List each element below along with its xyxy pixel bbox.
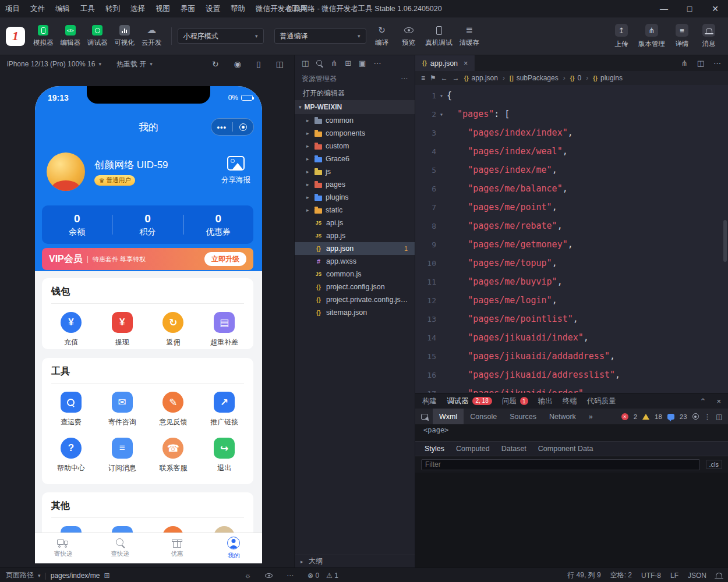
tab-terminal[interactable]: 终端	[563, 396, 577, 406]
tree-item-app-json[interactable]: {}app.json1	[295, 242, 415, 255]
messages-button[interactable]: 消息	[695, 20, 722, 52]
points-stat[interactable]: 0 积分	[112, 212, 182, 237]
eye-icon[interactable]	[265, 573, 273, 578]
tree-item-components[interactable]: ▸components	[295, 127, 415, 140]
more-icon[interactable]: ⋯	[401, 74, 408, 83]
tab-sources[interactable]: Sources	[503, 409, 543, 424]
eol-setting[interactable]: LF	[670, 572, 678, 580]
feedback-item[interactable]: ✎ 意见反馈	[148, 392, 199, 427]
wxml-element-tree[interactable]: <page>	[415, 424, 728, 441]
preview-button[interactable]: 预览	[395, 20, 422, 52]
panel-icon[interactable]: ▣	[359, 59, 366, 68]
fold-icon[interactable]: ▾	[436, 111, 447, 118]
upgrade-button[interactable]: 立即升级	[204, 252, 246, 266]
share-poster-button[interactable]: 分享海报	[221, 156, 250, 185]
encoding[interactable]: UTF-8	[641, 572, 661, 580]
tree-item-sitemap[interactable]: {}sitemap.json	[295, 306, 415, 319]
branch-icon[interactable]: ⋔	[331, 59, 337, 68]
list-icon[interactable]: ≡	[421, 74, 425, 82]
tree-item-common-js[interactable]: JScommon.js	[295, 268, 415, 281]
menu-tools[interactable]: 工具	[75, 0, 100, 17]
menu-project[interactable]: 项目	[0, 0, 25, 17]
problems-status[interactable]: ⊗ 0 ⚠ 1	[308, 568, 338, 582]
hot-reload-toggle[interactable]: 热重载 开	[116, 59, 146, 69]
tab-app-json[interactable]: {} app.json ×	[415, 55, 475, 71]
tab-styles[interactable]: Styles	[419, 441, 450, 456]
menu-file[interactable]: 文件	[25, 0, 50, 17]
tab-dataset[interactable]: Dataset	[496, 441, 532, 456]
brightness-icon[interactable]: ☼	[245, 572, 251, 580]
tab-coupons[interactable]: 优惠	[149, 533, 206, 563]
overweight-item[interactable]: ▤ 超重补差	[199, 312, 250, 347]
balance-stat[interactable]: 0 余额	[42, 212, 112, 237]
inspect-element-icon[interactable]	[421, 414, 428, 420]
files-icon[interactable]: ◫	[302, 59, 309, 68]
tree-item-app-wxss[interactable]: #app.wxss	[295, 255, 415, 268]
menu-select[interactable]: 选择	[125, 0, 150, 17]
tree-item-static[interactable]: ▸static	[295, 204, 415, 217]
customer-service-item[interactable]: ☎ 联系客服	[148, 438, 199, 473]
collapse-panel-icon[interactable]: ⌃	[700, 397, 706, 406]
device-select[interactable]: iPhone 12/13 (Pro) 100% 16	[7, 60, 95, 68]
page-path-control[interactable]: 页面路径 ▾ | pages/index/me ⊞	[6, 568, 109, 582]
bell-icon[interactable]	[716, 573, 722, 578]
debugger-button[interactable]: 调试器	[84, 20, 111, 52]
tab-problems[interactable]: 问题1	[502, 396, 528, 406]
breadcrumb-item[interactable]: {}plugins	[593, 74, 623, 82]
withdraw-item[interactable]: ¥ 提现	[97, 312, 148, 347]
tab-network[interactable]: Network	[543, 409, 582, 424]
remote-debug-button[interactable]: 真机调试	[422, 20, 456, 52]
gear-icon[interactable]	[692, 413, 699, 420]
cursor-position[interactable]: 行 49, 列 9	[567, 570, 600, 580]
editor-scrollbar[interactable]	[723, 220, 727, 262]
version-control-button[interactable]: ⋔ 版本管理	[635, 20, 669, 52]
logout-item[interactable]: ↪ 退出	[199, 438, 250, 473]
compile-button[interactable]: ↻ 编译	[369, 20, 395, 52]
close-minimize-icon[interactable]	[233, 123, 254, 131]
filter-input[interactable]	[421, 459, 700, 470]
breadcrumb-item[interactable]: {}0	[570, 74, 581, 82]
menu-edit[interactable]: 编辑	[50, 0, 75, 17]
clear-cache-button[interactable]: ≣ 清缓存	[456, 20, 483, 52]
more-icon[interactable]: ⋯	[713, 59, 721, 68]
rotate-device-icon[interactable]: ▯	[256, 59, 261, 69]
tab-output[interactable]: 输出	[538, 396, 553, 406]
minimize-button[interactable]: —	[651, 0, 677, 17]
error-count[interactable]: 2	[634, 413, 637, 420]
tab-build[interactable]: 构建	[422, 396, 437, 406]
outline-section[interactable]: ▸ 大纲	[295, 555, 415, 567]
split-editor-icon[interactable]: ◫	[697, 59, 704, 68]
menu-view[interactable]: 视图	[150, 0, 175, 17]
freight-query-item[interactable]: 查运费	[45, 392, 97, 427]
bookmark-icon[interactable]: ⚑	[430, 74, 436, 82]
help-center-item[interactable]: ? 帮助中心	[45, 438, 97, 473]
subscribe-item[interactable]: ≡ 订阅消息	[97, 438, 148, 473]
phone-screen[interactable]: 19:13 0% 我的 ••• 创颜网络 UID-59 ♛	[35, 86, 262, 563]
forward-icon[interactable]: →	[453, 74, 460, 82]
tree-item-project-private-config[interactable]: {}project.private.config.js…	[295, 293, 415, 306]
avatar[interactable]	[47, 152, 85, 191]
menu-help[interactable]: 帮助	[225, 0, 250, 17]
refresh-icon[interactable]: ↻	[212, 59, 219, 69]
record-icon[interactable]: ◉	[234, 59, 241, 69]
breadcrumb-item[interactable]: {}app.json	[464, 74, 498, 82]
tab-wxml[interactable]: Wxml	[433, 409, 464, 424]
open-editors-section[interactable]: 打开的编辑器	[295, 86, 415, 100]
code-editor[interactable]: 1▾{ 2▾ "pages": [ 3 "pages/index/index",…	[415, 85, 728, 393]
tree-item-pages[interactable]: ▸pages	[295, 178, 415, 191]
kebab-menu-icon[interactable]: ⋮	[704, 413, 711, 421]
tree-item-plugins[interactable]: ▸plugins	[295, 191, 415, 204]
warning-count[interactable]: 18	[655, 413, 662, 420]
close-button[interactable]: ✕	[702, 0, 728, 17]
mode-select[interactable]: 小程序模式 ▾	[178, 29, 264, 44]
tree-item-project-config[interactable]: {}project.config.json	[295, 281, 415, 293]
simulator-button[interactable]: 模拟器	[30, 20, 57, 52]
tree-item-custom[interactable]: ▸custom	[295, 140, 415, 152]
close-panel-icon[interactable]: ×	[716, 397, 721, 406]
menu-settings[interactable]: 设置	[200, 0, 225, 17]
cloud-dev-button[interactable]: ☁ 云开发	[138, 20, 165, 52]
tab-me[interactable]: 我的	[206, 533, 263, 563]
tree-item-common[interactable]: ▸common	[295, 114, 415, 127]
project-root[interactable]: ▾ MP-WEIXIN	[295, 100, 415, 114]
tab-console[interactable]: Console	[464, 409, 503, 424]
